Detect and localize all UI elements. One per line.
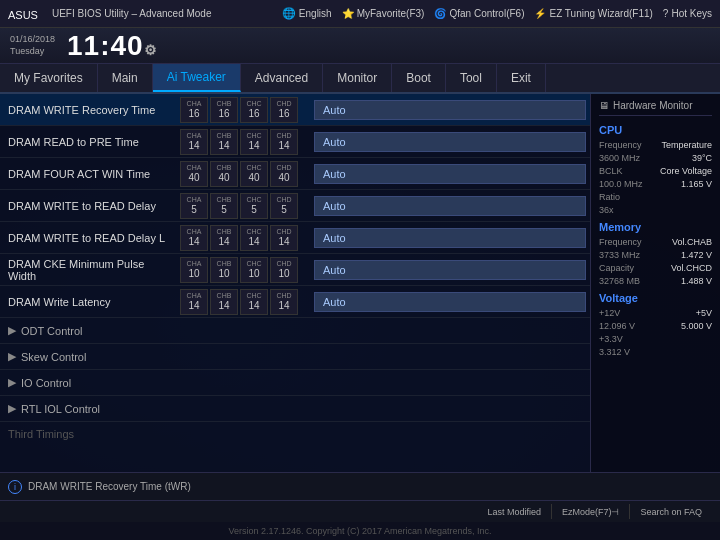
channel-box: CHC14 [240, 289, 268, 315]
eztuning-btn[interactable]: ⚡ EZ Tuning Wizard(F11) [534, 8, 652, 19]
param-row[interactable]: DRAM READ to PRE TimeCHA14CHB14CHC14CHD1… [0, 126, 590, 158]
param-value[interactable]: Auto [314, 260, 586, 280]
channel-box: CHA14 [180, 289, 208, 315]
channel-box: CHD14 [270, 129, 298, 155]
cpu-stat-row: 100.0 MHz1.165 V [599, 179, 712, 189]
param-value[interactable]: Auto [314, 196, 586, 216]
date: 01/16/2018 [10, 34, 55, 46]
param-row[interactable]: DRAM FOUR ACT WIN TimeCHA40CHB40CHC40CHD… [0, 158, 590, 190]
qfan-btn[interactable]: 🌀 Qfan Control(F6) [434, 8, 524, 19]
clock-time: 11:40 [67, 30, 144, 61]
nav-advanced[interactable]: Advanced [241, 64, 323, 92]
last-modified-btn[interactable]: Last Modified [477, 504, 552, 519]
param-channels: CHA10CHB10CHC10CHD10 [180, 257, 310, 283]
nav-monitor[interactable]: Monitor [323, 64, 392, 92]
section-row[interactable]: ▶Skew Control [0, 344, 590, 370]
expand-arrow-icon: ▶ [8, 350, 16, 363]
language-selector[interactable]: 🌐 English [282, 7, 332, 20]
myfavorites-btn[interactable]: ⭐ MyFavorite(F3) [342, 8, 425, 19]
param-label: DRAM WRITE to READ Delay [0, 200, 180, 212]
memory-stat-row: 3733 MHz1.472 V [599, 250, 712, 260]
channel-box: CHC14 [240, 225, 268, 251]
hw-value: Vol.CHCD [671, 263, 712, 273]
param-row[interactable]: DRAM WRITE Recovery TimeCHA16CHB16CHC16C… [0, 94, 590, 126]
hotkeys-icon: ? [663, 8, 669, 19]
left-panel: DRAM WRITE Recovery TimeCHA16CHB16CHC16C… [0, 94, 590, 472]
param-label: DRAM WRITE Recovery Time [0, 104, 180, 116]
nav-boot[interactable]: Boot [392, 64, 446, 92]
channel-box: CHA14 [180, 225, 208, 251]
monitor-icon: 🖥 [599, 100, 609, 111]
channel-box: CHC16 [240, 97, 268, 123]
param-row[interactable]: DRAM Write LatencyCHA14CHB14CHC14CHD14Au… [0, 286, 590, 318]
star-icon: ⭐ [342, 8, 354, 19]
param-label: DRAM WRITE to READ Delay L [0, 232, 180, 244]
channel-box: CHC14 [240, 129, 268, 155]
hw-value: Temperature [661, 140, 712, 150]
info-icon: i [8, 480, 22, 494]
hw-label: Frequency [599, 237, 642, 247]
settings-gear-icon[interactable]: ⚙ [144, 42, 158, 58]
nav-main[interactable]: Main [98, 64, 153, 92]
channel-box: CHA10 [180, 257, 208, 283]
myfavorites-label: MyFavorite(F3) [357, 8, 425, 19]
section-label: Skew Control [21, 351, 86, 363]
section-row[interactable]: ▶ODT Control [0, 318, 590, 344]
section-label: IO Control [21, 377, 71, 389]
param-value[interactable]: Auto [314, 100, 586, 120]
cpu-stat-row: Ratio [599, 192, 712, 202]
param-label: DRAM READ to PRE Time [0, 136, 180, 148]
param-value[interactable]: Auto [314, 132, 586, 152]
param-row[interactable]: DRAM WRITE to READ Delay LCHA14CHB14CHC1… [0, 222, 590, 254]
nav-exit[interactable]: Exit [497, 64, 546, 92]
channel-box: CHB5 [210, 193, 238, 219]
cpu-stat-row: 36x [599, 205, 712, 215]
nav-tool[interactable]: Tool [446, 64, 497, 92]
clock: 11:40⚙ [67, 30, 158, 62]
section-row[interactable]: ▶IO Control [0, 370, 590, 396]
param-label: DRAM Write Latency [0, 296, 180, 308]
param-row[interactable]: DRAM WRITE to READ DelayCHA5CHB5CHC5CHD5… [0, 190, 590, 222]
cpu-stat-row: BCLKCore Voltage [599, 166, 712, 176]
nav-ai-tweaker[interactable]: Ai Tweaker [153, 64, 241, 92]
hw-value: 1.488 V [681, 276, 712, 286]
right-panel: 🖥 Hardware Monitor CPU FrequencyTemperat… [590, 94, 720, 472]
search-faq-btn[interactable]: Search on FAQ [630, 504, 712, 519]
channel-box: CHA14 [180, 129, 208, 155]
cpu-section-title: CPU [599, 124, 712, 136]
hw-value: 1.472 V [681, 250, 712, 260]
fan-icon: 🌀 [434, 8, 446, 19]
hw-label: Frequency [599, 140, 642, 150]
copyright-text: Version 2.17.1246. Copyright (C) 2017 Am… [228, 526, 491, 536]
hw-value: 5.000 V [681, 321, 712, 331]
param-value[interactable]: Auto [314, 164, 586, 184]
section-row[interactable]: ▶RTL IOL Control [0, 396, 590, 422]
voltage-stat-row: 12.096 V5.000 V [599, 321, 712, 331]
hw-monitor-title: 🖥 Hardware Monitor [599, 100, 712, 116]
section-label: ODT Control [21, 325, 83, 337]
param-value[interactable]: Auto [314, 292, 586, 312]
eztuning-label: EZ Tuning Wizard(F11) [549, 8, 652, 19]
time-bar: 01/16/2018 Tuesday 11:40⚙ [0, 28, 720, 64]
hw-label: 100.0 MHz [599, 179, 643, 189]
nav-my-favorites[interactable]: My Favorites [0, 64, 98, 92]
param-label: DRAM FOUR ACT WIN Time [0, 168, 180, 180]
hotkeys-btn[interactable]: ? Hot Keys [663, 8, 712, 19]
param-value[interactable]: Auto [314, 228, 586, 248]
voltage-stat-row: 3.312 V [599, 347, 712, 357]
hw-label: BCLK [599, 166, 623, 176]
hw-value: Core Voltage [660, 166, 712, 176]
hw-label: 12.096 V [599, 321, 635, 331]
hw-label: 36x [599, 205, 614, 215]
hw-label: 3600 MHz [599, 153, 640, 163]
channel-box: CHD40 [270, 161, 298, 187]
nav-bar: My Favorites Main Ai Tweaker Advanced Mo… [0, 64, 720, 94]
param-channels: CHA14CHB14CHC14CHD14 [180, 225, 310, 251]
param-row[interactable]: DRAM CKE Minimum Pulse WidthCHA10CHB10CH… [0, 254, 590, 286]
cpu-stat-row: FrequencyTemperature [599, 140, 712, 150]
channel-box: CHD10 [270, 257, 298, 283]
ez-mode-btn[interactable]: EzMode(F7)⊣ [552, 504, 631, 519]
top-bar: ASUS UEFI BIOS Utility – Advanced Mode 🌐… [0, 0, 720, 28]
section-label: RTL IOL Control [21, 403, 100, 415]
channel-box: CHB10 [210, 257, 238, 283]
